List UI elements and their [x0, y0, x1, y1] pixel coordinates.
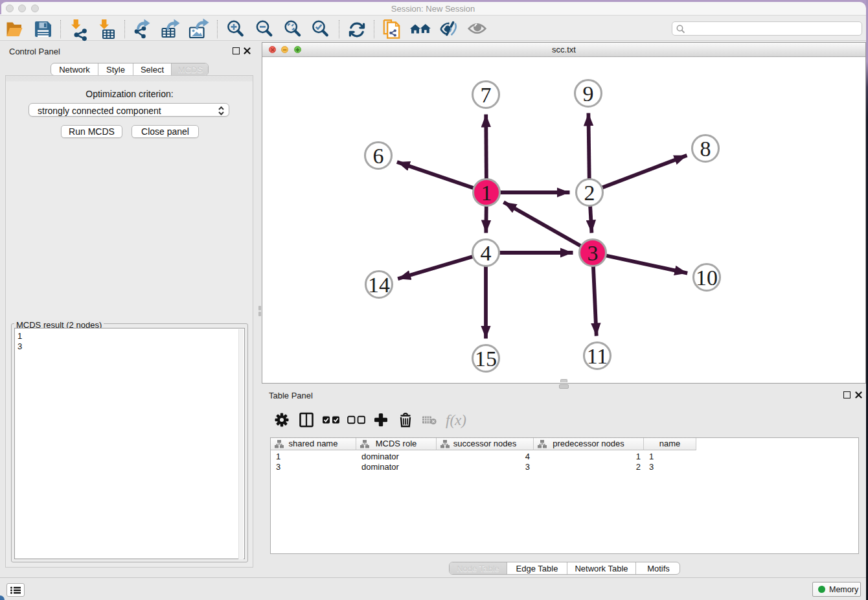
svg-text:6: 6 [373, 144, 384, 168]
svg-text:10: 10 [696, 266, 718, 290]
svg-text:9: 9 [583, 82, 594, 106]
svg-text:11: 11 [587, 344, 608, 368]
svg-text:4: 4 [481, 241, 492, 265]
svg-text:14: 14 [368, 273, 390, 297]
svg-text:3: 3 [588, 241, 599, 265]
svg-text:7: 7 [481, 83, 492, 107]
svg-text:2: 2 [584, 181, 595, 205]
svg-text:15: 15 [475, 347, 497, 371]
svg-text:f(x): f(x) [446, 412, 466, 428]
svg-text:1: 1 [481, 181, 492, 205]
svg-text:8: 8 [700, 137, 711, 161]
